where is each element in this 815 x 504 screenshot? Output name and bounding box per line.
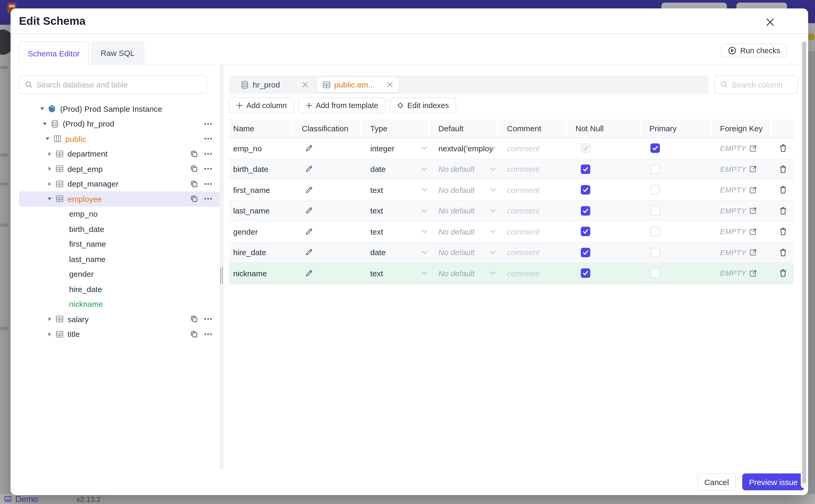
- tree-item-first_name[interactable]: first_name: [19, 236, 219, 251]
- type-select[interactable]: date: [362, 159, 430, 179]
- default-select[interactable]: nextval('employ: [430, 138, 499, 158]
- default-select[interactable]: No default: [430, 180, 499, 200]
- tree-item--prod-hr_prod[interactable]: (Prod) hr_prod: [19, 116, 219, 131]
- database-search[interactable]: [19, 75, 207, 94]
- comment-input[interactable]: comment: [499, 201, 567, 221]
- classification-edit-icon[interactable]: [305, 165, 313, 173]
- close-tab-icon[interactable]: [301, 81, 308, 88]
- preview-issue-button[interactable]: Preview issue: [742, 473, 804, 490]
- foreign-key-edit-icon[interactable]: [749, 228, 757, 236]
- tree-item-dept_emp[interactable]: dept_emp: [19, 161, 219, 176]
- tab-chip-public-employee[interactable]: public.em...: [317, 77, 399, 92]
- delete-column-icon[interactable]: [779, 144, 787, 153]
- classification-edit-icon[interactable]: [305, 269, 313, 277]
- default-select[interactable]: No default: [430, 159, 499, 179]
- copy-icon[interactable]: [190, 150, 198, 158]
- foreign-key-edit-icon[interactable]: [749, 165, 757, 173]
- tree-item-nickname[interactable]: nickname: [19, 297, 219, 312]
- more-menu-icon[interactable]: [204, 318, 212, 320]
- comment-input[interactable]: comment: [499, 159, 567, 179]
- primary-checkbox[interactable]: [650, 248, 660, 257]
- foreign-key-edit-icon[interactable]: [749, 144, 757, 152]
- caret-down-icon[interactable]: [40, 106, 45, 112]
- comment-input[interactable]: comment: [499, 263, 567, 283]
- tree-item--prod-prod-sample-instance[interactable]: (Prod) Prod Sample Instance: [19, 101, 219, 116]
- caret-right-icon[interactable]: [47, 166, 52, 172]
- default-select[interactable]: No default: [430, 221, 499, 242]
- not-null-checkbox[interactable]: [581, 269, 590, 278]
- add-column-button[interactable]: Add column: [229, 98, 294, 113]
- classification-edit-icon[interactable]: [305, 207, 313, 215]
- not-null-checkbox[interactable]: [581, 164, 590, 174]
- tree-item-dept_manager[interactable]: dept_manager: [19, 176, 219, 191]
- type-select[interactable]: text: [362, 221, 430, 242]
- caret-right-icon[interactable]: [47, 317, 52, 322]
- caret-right-icon[interactable]: [47, 181, 52, 187]
- delete-column-icon[interactable]: [779, 227, 787, 236]
- default-select[interactable]: No default: [430, 263, 499, 283]
- tab-raw-sql[interactable]: Raw SQL: [91, 41, 144, 65]
- not-null-checkbox[interactable]: [581, 248, 590, 257]
- more-menu-icon[interactable]: [204, 138, 212, 140]
- more-menu-icon[interactable]: [204, 333, 212, 335]
- comment-input[interactable]: comment: [499, 242, 567, 263]
- delete-column-icon[interactable]: [779, 186, 787, 194]
- classification-edit-icon[interactable]: [305, 249, 313, 256]
- tree-item-birth_date[interactable]: birth_date: [19, 221, 219, 236]
- run-checks-button[interactable]: Run checks: [721, 44, 787, 57]
- tree-item-employee[interactable]: employee: [19, 191, 219, 206]
- tree-item-last_name[interactable]: last_name: [19, 251, 219, 266]
- tree-item-title[interactable]: title: [19, 327, 219, 342]
- foreign-key-edit-icon[interactable]: [749, 207, 757, 215]
- primary-checkbox[interactable]: [650, 144, 660, 153]
- primary-checkbox[interactable]: [650, 269, 660, 278]
- copy-icon[interactable]: [190, 180, 198, 188]
- more-menu-icon[interactable]: [204, 153, 212, 155]
- more-menu-icon[interactable]: [204, 198, 212, 200]
- copy-icon[interactable]: [190, 195, 198, 203]
- default-select[interactable]: No default: [430, 242, 499, 263]
- type-select[interactable]: date: [362, 242, 430, 263]
- caret-down-icon[interactable]: [47, 196, 52, 202]
- more-menu-icon[interactable]: [204, 183, 212, 185]
- not-null-checkbox[interactable]: [581, 206, 590, 216]
- type-select[interactable]: text: [362, 201, 430, 221]
- foreign-key-edit-icon[interactable]: [749, 269, 757, 277]
- modal-scrollbar-thumb[interactable]: [802, 42, 806, 483]
- not-null-checkbox[interactable]: [581, 227, 590, 236]
- delete-column-icon[interactable]: [779, 207, 787, 215]
- delete-column-icon[interactable]: [779, 248, 787, 257]
- not-null-checkbox[interactable]: [581, 144, 590, 153]
- comment-input[interactable]: comment: [499, 138, 567, 158]
- modal-scrollbar[interactable]: [801, 40, 807, 488]
- close-tab-icon[interactable]: [387, 81, 394, 88]
- demo-label[interactable]: Demo: [15, 495, 38, 504]
- tree-item-gender[interactable]: gender: [19, 266, 219, 282]
- column-search[interactable]: [714, 75, 798, 94]
- tree-item-public[interactable]: public: [19, 131, 219, 146]
- default-select[interactable]: No default: [430, 201, 499, 221]
- comment-input[interactable]: comment: [499, 221, 567, 242]
- comment-input[interactable]: comment: [499, 180, 567, 200]
- primary-checkbox[interactable]: [650, 206, 660, 216]
- more-menu-icon[interactable]: [204, 123, 212, 125]
- delete-column-icon[interactable]: [779, 269, 787, 278]
- tab-schema-editor[interactable]: Schema Editor: [19, 41, 89, 65]
- foreign-key-edit-icon[interactable]: [749, 249, 757, 256]
- not-null-checkbox[interactable]: [581, 185, 590, 195]
- copy-icon[interactable]: [190, 316, 198, 323]
- database-search-input[interactable]: [36, 80, 201, 89]
- delete-column-icon[interactable]: [779, 165, 787, 173]
- add-from-template-button[interactable]: Add from template: [298, 98, 385, 113]
- tree-item-emp_no[interactable]: emp_no: [19, 206, 219, 221]
- tree-item-hire_date[interactable]: hire_date: [19, 282, 219, 297]
- classification-edit-icon[interactable]: [305, 186, 313, 194]
- tree-item-department[interactable]: department: [19, 146, 219, 161]
- caret-right-icon[interactable]: [47, 332, 52, 337]
- type-select[interactable]: text: [362, 180, 430, 200]
- type-select[interactable]: text: [362, 263, 430, 283]
- type-select[interactable]: integer: [362, 138, 430, 158]
- classification-edit-icon[interactable]: [305, 144, 313, 152]
- caret-down-icon[interactable]: [45, 136, 50, 142]
- cancel-button[interactable]: Cancel: [697, 473, 736, 490]
